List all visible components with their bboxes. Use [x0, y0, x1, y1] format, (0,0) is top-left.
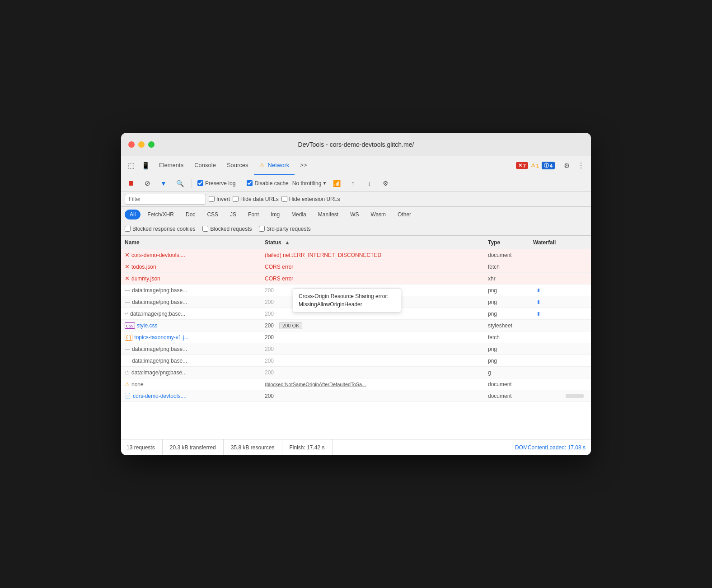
type-btn-all[interactable]: All — [125, 210, 141, 219]
finish-stat: Finish: 17.42 s — [282, 439, 333, 455]
table-row[interactable]: 🗋 data:image/png;base... 200 g This requ… — [121, 367, 591, 378]
cell-name: 🗋 data:image/png;base... — [125, 369, 265, 376]
search-icon[interactable]: 🔍 — [173, 177, 186, 190]
blocked-cookies-checkbox[interactable]: Blocked response cookies — [125, 226, 195, 232]
more-options-icon[interactable]: ⋮ — [575, 159, 587, 172]
network-warning-icon: ⚠ — [259, 162, 265, 168]
type-btn-other[interactable]: Other — [393, 210, 416, 219]
type-btn-css[interactable]: CSS — [202, 210, 223, 219]
chevron-down-icon: ▼ — [322, 181, 327, 186]
waterfall-bar — [538, 300, 539, 304]
cell-status: CORS error — [265, 264, 488, 270]
type-btn-doc[interactable]: Doc — [181, 210, 200, 219]
settings-icon[interactable]: ⚙ — [560, 159, 573, 172]
clear-icon[interactable]: ⊘ — [141, 177, 154, 190]
tab-sources[interactable]: Sources — [221, 156, 254, 175]
third-party-checkbox[interactable]: 3rd-party requests — [259, 226, 310, 232]
cell-status: (blocked:NotSameOriginAfterDefaultedToSa… — [265, 382, 488, 387]
device-mode-icon[interactable]: 📱 — [139, 159, 152, 172]
type-btn-font[interactable]: Font — [243, 210, 264, 219]
devtools-window: DevTools - cors-demo-devtools.glitch.me/… — [121, 133, 591, 455]
json-icon: { } — [125, 334, 132, 341]
type-filter-row: All Fetch/XHR Doc CSS JS Font Img Media … — [121, 207, 591, 222]
hide-ext-checkbox[interactable]: Hide extension URLs — [281, 196, 340, 202]
info-icon: ⓘ — [544, 162, 549, 169]
table-row[interactable]: ⚠ none (blocked:NotSameOriginAfterDefaul… — [121, 378, 591, 390]
minimize-button[interactable] — [138, 141, 145, 148]
table-row[interactable]: ↵ data:image/png;base... 200 png — [121, 308, 591, 320]
col-waterfall[interactable]: Waterfall — [533, 239, 587, 246]
type-btn-media[interactable]: Media — [286, 210, 311, 219]
col-name[interactable]: Name — [125, 239, 265, 246]
titlebar: DevTools - cors-demo-devtools.glitch.me/ — [121, 133, 591, 156]
throttle-select[interactable]: No throttling ▼ — [292, 180, 327, 187]
tab-more[interactable]: >> — [295, 156, 312, 175]
cell-status: 200 — [265, 358, 488, 364]
cell-status: 200 — [265, 299, 488, 305]
network-settings-icon[interactable]: ⚙ — [379, 177, 392, 190]
separator2 — [241, 179, 241, 188]
table-row[interactable]: — data:image/png;base... 200 png — [121, 343, 591, 355]
tab-console[interactable]: Console — [189, 156, 221, 175]
cell-type: fetch — [488, 334, 533, 341]
tab-bar: ⬚ 📱 Elements Console Sources ⚠ Network >… — [121, 156, 591, 175]
cell-type: stylesheet — [488, 322, 533, 329]
type-btn-manifest[interactable]: Manifest — [313, 210, 343, 219]
dash-icon: — — [125, 358, 130, 364]
type-btn-js[interactable]: JS — [225, 210, 241, 219]
blocked-requests-checkbox[interactable]: Blocked requests — [202, 226, 252, 232]
type-btn-img[interactable]: Img — [266, 210, 285, 219]
table-row[interactable]: ✕ dummy.json CORS error xhr — [121, 273, 591, 285]
filter-input[interactable] — [125, 194, 206, 205]
export-icon[interactable]: ↓ — [363, 177, 375, 190]
info-badge[interactable]: ⓘ 4 — [542, 162, 555, 169]
table-row[interactable]: ✕ cors-demo-devtools.... (failed) net::E… — [121, 249, 591, 261]
table-row[interactable]: 📄 cors-demo-devtools.... 200 document — [121, 390, 591, 402]
resources-stat: 35.8 kB resources — [224, 439, 282, 455]
dash-icon: — — [125, 299, 130, 305]
type-btn-fetch[interactable]: Fetch/XHR — [142, 210, 179, 219]
fullscreen-button[interactable] — [148, 141, 155, 148]
tab-elements[interactable]: Elements — [154, 156, 189, 175]
hide-data-checkbox[interactable]: Hide data URLs — [233, 196, 279, 202]
invert-checkbox[interactable]: Invert — [209, 196, 230, 202]
cell-name: ✕ cors-demo-devtools.... — [125, 252, 265, 258]
cell-type: png — [488, 346, 533, 352]
preserve-log-checkbox[interactable]: Preserve log — [197, 180, 235, 187]
tab-network[interactable]: ⚠ Network — [254, 156, 295, 175]
online-icon[interactable]: 📶 — [330, 177, 343, 190]
cell-name: ✕ dummy.json — [125, 275, 265, 282]
table-row[interactable]: — data:image/png;base... 200 png — [121, 355, 591, 367]
type-btn-wasm[interactable]: Wasm — [366, 210, 391, 219]
type-btn-ws[interactable]: WS — [345, 210, 364, 219]
error-badge[interactable]: ✕ 7 — [516, 162, 528, 169]
waterfall-bar — [538, 289, 539, 292]
cell-name: ✕ todos.json — [125, 263, 265, 270]
waterfall-bar — [538, 312, 539, 316]
col-type[interactable]: Type — [488, 239, 533, 246]
cell-name: ⚠ none — [125, 381, 265, 387]
cell-status: 200 — [265, 393, 488, 399]
cell-name: — data:image/png;base... — [125, 346, 265, 352]
filter-icon[interactable]: ▼ — [157, 177, 170, 190]
table-row[interactable]: ✕ todos.json CORS error fetch Cross-Orig… — [121, 261, 591, 273]
table-area: ✕ cors-demo-devtools.... (failed) net::E… — [121, 249, 591, 439]
table-row[interactable]: { } topics-taxonomy-v1.j... 200 fetch — [121, 331, 591, 343]
col-status[interactable]: Status ▲ — [265, 239, 488, 246]
disable-cache-checkbox[interactable]: Disable cache — [247, 180, 288, 187]
table-row[interactable]: — data:image/png;base... 200 png — [121, 285, 591, 296]
cell-status: 200 200 OK — [265, 322, 488, 329]
import-icon[interactable]: ↑ — [347, 177, 359, 190]
cell-status: 200 — [265, 369, 488, 376]
table-row[interactable]: — data:image/png;base... 200 png — [121, 296, 591, 308]
stop-recording-icon[interactable]: ⏹ — [125, 177, 137, 190]
tab-group: Elements Console Sources ⚠ Network >> — [154, 156, 511, 175]
element-picker-icon[interactable]: ⬚ — [125, 159, 137, 172]
cell-name: — data:image/png;base... — [125, 358, 265, 364]
error-x-icon: ✕ — [518, 163, 522, 168]
warning-badge[interactable]: ⚠ 1 — [531, 163, 539, 168]
table-row[interactable]: css style.css 200 200 OK stylesheet — [121, 320, 591, 331]
close-button[interactable] — [128, 141, 135, 148]
devtools-panel: ⬚ 📱 Elements Console Sources ⚠ Network >… — [121, 156, 591, 455]
cell-name: css style.css — [125, 322, 265, 329]
